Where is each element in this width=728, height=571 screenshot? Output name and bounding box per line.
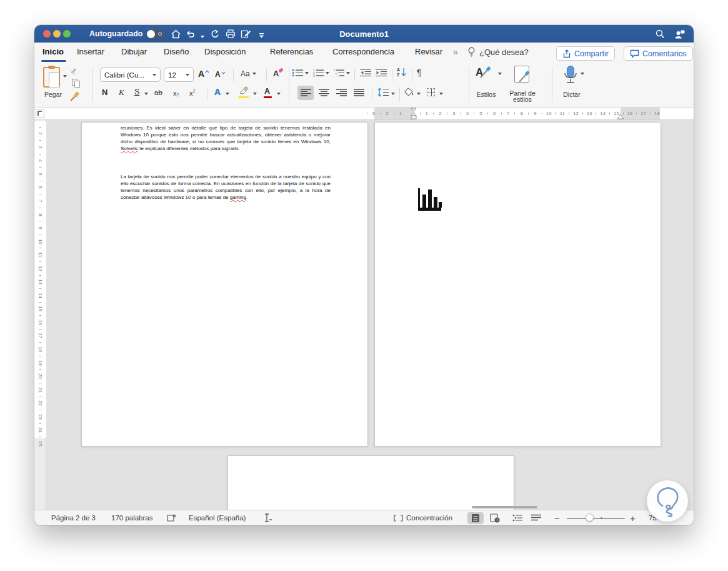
draft-view-icon[interactable] bbox=[531, 510, 541, 525]
paragraph-2[interactable]: La tarjeta de sonido nos permite poder c… bbox=[121, 173, 331, 201]
indent-marker[interactable] bbox=[410, 108, 417, 120]
font-color-button[interactable]: A bbox=[264, 87, 270, 96]
font-size-select[interactable]: 12 bbox=[164, 68, 194, 82]
shrink-font-button[interactable]: A bbox=[215, 70, 226, 79]
vertical-ruler[interactable]: 2345678910111213141516171819202122232425 bbox=[34, 120, 46, 510]
dictate-label[interactable]: Dictar bbox=[558, 91, 586, 98]
text-cursor-icon[interactable] bbox=[262, 510, 272, 525]
text-effects-button[interactable]: A bbox=[214, 87, 221, 97]
tab-disposicion[interactable]: Disposición bbox=[204, 43, 246, 61]
clear-formatting-button[interactable]: A bbox=[273, 69, 283, 78]
account-icon[interactable] bbox=[674, 29, 685, 39]
borders-chevron-icon[interactable] bbox=[439, 93, 443, 95]
zoom-out-button[interactable]: − bbox=[554, 510, 560, 525]
tab-dibujar[interactable]: Dibujar bbox=[121, 43, 147, 61]
shading-chevron-icon[interactable] bbox=[417, 93, 421, 95]
grow-font-button[interactable]: A bbox=[198, 69, 209, 79]
language-indicator[interactable]: Español (España) bbox=[189, 510, 246, 525]
ruler-number: 2 bbox=[381, 108, 394, 119]
page-2[interactable] bbox=[374, 122, 661, 447]
tab-revisar[interactable]: Revisar bbox=[415, 43, 442, 61]
right-indent-marker[interactable] bbox=[617, 114, 624, 119]
borders-button[interactable] bbox=[427, 88, 435, 96]
tab-diseno[interactable]: Diseño bbox=[164, 43, 189, 61]
underline-chevron-icon[interactable] bbox=[144, 93, 148, 95]
align-center-button[interactable] bbox=[319, 89, 329, 97]
pilcrow-button[interactable]: ¶ bbox=[417, 68, 422, 78]
highlight-chevron-icon[interactable] bbox=[253, 93, 257, 95]
search-icon[interactable] bbox=[655, 29, 666, 39]
focus-mode-icon[interactable] bbox=[394, 510, 403, 525]
paragraph-1[interactable]: reuniones. Es ideal saber en detalle qué… bbox=[121, 124, 331, 152]
multilevel-chevron-icon[interactable] bbox=[346, 72, 350, 74]
spelling-status-icon[interactable] bbox=[167, 510, 176, 525]
strikethrough-button[interactable]: ab bbox=[154, 89, 162, 96]
bullets-chevron-icon[interactable] bbox=[305, 72, 309, 74]
lightbulb-sketch-icon[interactable] bbox=[647, 480, 688, 522]
active-tab-underline bbox=[41, 60, 66, 62]
underline-button[interactable]: S bbox=[134, 88, 139, 96]
text-effects-chevron-icon[interactable] bbox=[226, 93, 229, 95]
align-left-button[interactable] bbox=[301, 89, 311, 97]
horizontal-ruler[interactable]: 321 123456789101112131415 161718 bbox=[34, 108, 694, 120]
word-count[interactable]: 170 palabras bbox=[111, 510, 153, 525]
zoom-slider-thumb[interactable] bbox=[586, 513, 594, 522]
styles-pane-icon[interactable] bbox=[514, 66, 529, 83]
ruler-number: 21 bbox=[34, 383, 46, 397]
page-3[interactable] bbox=[227, 455, 514, 510]
highlight-button[interactable] bbox=[238, 86, 249, 97]
styles-pane-label[interactable]: Panel deestilos bbox=[503, 90, 542, 103]
tell-me-label[interactable]: ¿Qué desea? bbox=[479, 43, 529, 61]
zoom-slider-track[interactable] bbox=[567, 518, 625, 519]
align-right-button[interactable] bbox=[336, 89, 347, 97]
horizontal-scrollbar-thumb[interactable] bbox=[472, 506, 537, 508]
line-spacing-chevron-icon[interactable] bbox=[391, 93, 395, 95]
web-layout-view-icon[interactable] bbox=[490, 510, 500, 525]
paste-label[interactable]: Pegar bbox=[37, 91, 69, 98]
print-layout-view-icon[interactable] bbox=[471, 510, 480, 525]
page-1[interactable]: reuniones. Es ideal saber en detalle qué… bbox=[81, 122, 368, 447]
tab-correspondencia[interactable]: Correspondencia bbox=[332, 43, 394, 61]
paste-chevron-icon[interactable] bbox=[63, 75, 67, 78]
bullets-button[interactable] bbox=[292, 69, 303, 77]
document-area[interactable]: 2345678910111213141516171819202122232425… bbox=[34, 120, 694, 510]
superscript-button[interactable]: x2 bbox=[189, 89, 195, 98]
line-spacing-button[interactable] bbox=[377, 88, 389, 97]
numbering-button[interactable]: 123 bbox=[313, 69, 324, 77]
format-painter-icon[interactable] bbox=[69, 91, 80, 102]
bold-button[interactable]: N bbox=[102, 88, 107, 97]
styles-icon[interactable]: A bbox=[476, 66, 492, 79]
italic-button[interactable]: K bbox=[119, 88, 124, 98]
copy-icon[interactable] bbox=[72, 79, 80, 88]
subscript-button[interactable]: x2 bbox=[173, 89, 179, 97]
sort-button[interactable]: AZ bbox=[397, 68, 406, 77]
font-name-select[interactable]: Calibri (Cu... bbox=[100, 68, 161, 82]
page-indicator[interactable]: Página 2 de 3 bbox=[51, 510, 96, 525]
styles-label[interactable]: Estilos bbox=[471, 91, 502, 98]
change-case-button[interactable]: Aa bbox=[241, 69, 256, 78]
share-button[interactable]: Compartir bbox=[556, 46, 615, 61]
justify-button[interactable] bbox=[354, 89, 364, 97]
decrease-indent-button[interactable] bbox=[360, 69, 371, 77]
tab-referencias[interactable]: Referencias bbox=[270, 43, 313, 61]
tab-stop-selector[interactable] bbox=[36, 109, 44, 118]
tab-insertar[interactable]: Insertar bbox=[77, 43, 104, 61]
focus-mode-label[interactable]: Concentración bbox=[406, 510, 452, 525]
cut-icon[interactable]: ✂ bbox=[68, 66, 79, 76]
ruler-number: 18 bbox=[34, 343, 46, 356]
bar-chart-icon[interactable] bbox=[418, 187, 443, 211]
comments-button[interactable]: Comentarios bbox=[624, 46, 693, 61]
outline-view-icon[interactable] bbox=[512, 510, 522, 525]
shading-button[interactable] bbox=[404, 88, 415, 97]
multilevel-list-button[interactable]: 1ai bbox=[334, 69, 344, 77]
dictate-chevron-icon[interactable] bbox=[581, 73, 584, 75]
dictate-icon[interactable] bbox=[562, 66, 579, 86]
numbering-chevron-icon[interactable] bbox=[326, 72, 329, 74]
paste-clipboard-icon[interactable] bbox=[43, 67, 60, 88]
font-color-chevron-icon[interactable] bbox=[277, 93, 281, 95]
styles-chevron-icon[interactable] bbox=[498, 73, 502, 75]
tab-inicio[interactable]: Inicio bbox=[42, 43, 64, 61]
zoom-in-button[interactable]: + bbox=[630, 510, 636, 525]
increase-indent-button[interactable] bbox=[376, 69, 387, 77]
tab-overflow-chevrons[interactable]: » bbox=[453, 43, 458, 61]
